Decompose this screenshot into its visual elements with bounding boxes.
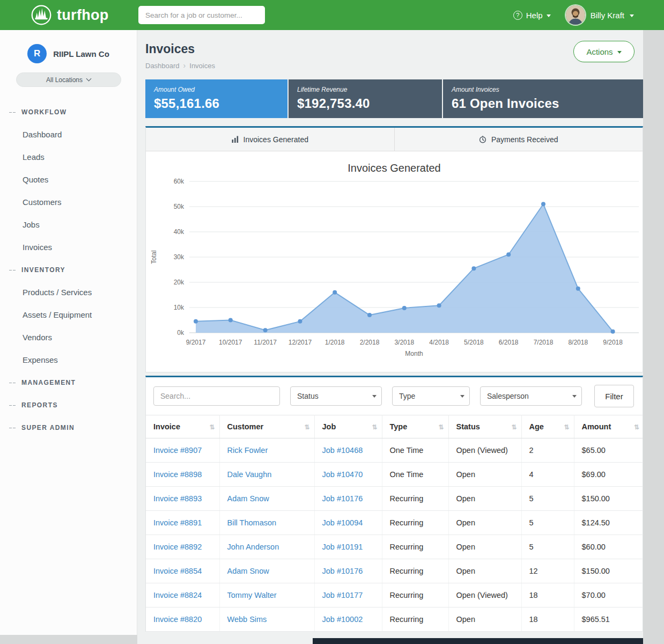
sidebar-item-assets-equipment[interactable]: Assets / Equipment xyxy=(0,304,137,326)
invoice-link[interactable]: Invoice #8907 xyxy=(153,446,202,455)
table-search-input[interactable] xyxy=(153,386,280,406)
column-header-customer[interactable]: Customer xyxy=(219,415,314,438)
customer-link[interactable]: Adam Snow xyxy=(227,567,269,575)
breadcrumb-dashboard[interactable]: Dashboard xyxy=(145,62,180,70)
sidebar-item-jobs[interactable]: Jobs xyxy=(0,214,137,236)
table-row: Invoice #8898Dale VaughnJob #10470One Ti… xyxy=(146,463,643,487)
type-select-wrap: Type xyxy=(392,386,470,406)
tab-invoices-generated[interactable]: Invoices Generated xyxy=(146,128,394,151)
job-link[interactable]: Job #10470 xyxy=(322,470,363,479)
job-link[interactable]: Job #10176 xyxy=(322,567,363,575)
sidebar-item-vendors[interactable]: Vendors xyxy=(0,326,137,349)
job-link[interactable]: Job #10002 xyxy=(322,615,363,624)
tab-label: Payments Received xyxy=(491,135,558,144)
table-row: Invoice #8892John AndersonJob #10191Recu… xyxy=(146,535,643,559)
sidebar-section-inventory: INVENTORY xyxy=(0,259,137,281)
cell-job: Job #10191 xyxy=(314,535,382,559)
table-row: Invoice #8854Adam SnowJob #10176Recurrin… xyxy=(146,559,643,583)
customer-link[interactable]: Dale Vaughn xyxy=(227,470,272,479)
column-header-age[interactable]: Age xyxy=(521,415,574,438)
locations-dropdown[interactable]: All Locations xyxy=(16,72,121,87)
invoice-link[interactable]: Invoice #8891 xyxy=(153,518,202,527)
chevron-down-icon xyxy=(617,51,622,54)
job-link[interactable]: Job #10176 xyxy=(322,494,363,503)
chevron-down-icon xyxy=(630,14,634,17)
column-label: Amount xyxy=(582,422,611,431)
sidebar-item-leads[interactable]: Leads xyxy=(0,146,137,169)
column-header-job[interactable]: Job xyxy=(314,415,382,438)
invoice-link[interactable]: Invoice #8820 xyxy=(153,615,202,624)
customer-link[interactable]: John Anderson xyxy=(227,543,279,551)
status-select[interactable]: Status xyxy=(290,386,382,406)
user-name: Billy Kraft xyxy=(591,11,624,20)
cell-amount: $150.00 xyxy=(574,559,643,583)
sidebar-item-products-services[interactable]: Products / Services xyxy=(0,281,137,304)
global-search-input[interactable] xyxy=(138,6,265,24)
customer-link[interactable]: Tommy Walter xyxy=(227,591,277,599)
cell-invoice: Invoice #8820 xyxy=(146,608,219,632)
user-menu[interactable]: Billy Kraft xyxy=(566,5,634,25)
cell-status: Open xyxy=(448,559,521,583)
customer-link[interactable]: Webb Sims xyxy=(227,615,267,624)
cell-age: 5 xyxy=(521,535,574,559)
invoice-link[interactable]: Invoice #8893 xyxy=(153,494,202,503)
cell-customer: Adam Snow xyxy=(219,487,314,511)
svg-text:4/2018: 4/2018 xyxy=(429,339,449,346)
cell-amount: $965.51 xyxy=(574,608,643,632)
salesperson-select[interactable]: Salesperson xyxy=(480,386,582,406)
job-link[interactable]: Job #10191 xyxy=(322,543,363,551)
cell-type: Recurring xyxy=(382,559,448,583)
sidebar-item-dashboard[interactable]: Dashboard xyxy=(0,123,137,146)
stat-card-amount-owed: Amount Owed $55,161.66 xyxy=(145,79,287,118)
sort-icon xyxy=(511,422,517,431)
cell-status: Open xyxy=(448,487,521,511)
invoice-link[interactable]: Invoice #8824 xyxy=(153,591,202,599)
help-menu[interactable]: Help xyxy=(513,11,551,20)
cell-invoice: Invoice #8898 xyxy=(146,463,219,487)
sidebar-item-expenses[interactable]: Expenses xyxy=(0,349,137,371)
cell-age: 5 xyxy=(521,487,574,511)
actions-button[interactable]: Actions xyxy=(573,41,635,62)
filter-button[interactable]: Filter xyxy=(594,385,634,407)
dash-icon xyxy=(9,112,16,113)
svg-text:20k: 20k xyxy=(174,279,185,286)
column-header-type[interactable]: Type xyxy=(382,415,448,438)
customer-link[interactable]: Bill Thomason xyxy=(227,518,277,527)
avatar xyxy=(566,5,585,25)
cell-status: Open (Viewed) xyxy=(448,438,521,463)
turfhop-logo-icon xyxy=(31,4,52,26)
bottom-bar xyxy=(313,638,643,644)
customer-link[interactable]: Adam Snow xyxy=(227,494,269,503)
sidebar-item-quotes[interactable]: Quotes xyxy=(0,169,137,191)
cell-status: Open xyxy=(448,463,521,487)
main-content: Invoices Dashboard Invoices Actions Amou… xyxy=(137,30,643,644)
job-link[interactable]: Job #10468 xyxy=(322,446,363,455)
sidebar-item-customers[interactable]: Customers xyxy=(0,191,137,214)
column-label: Job xyxy=(322,422,336,431)
type-select[interactable]: Type xyxy=(392,386,470,406)
column-header-invoice[interactable]: Invoice xyxy=(146,415,219,438)
salesperson-select-wrap: Salesperson xyxy=(480,386,582,406)
job-link[interactable]: Job #10094 xyxy=(322,518,363,527)
tab-payments-received[interactable]: Payments Received xyxy=(394,128,643,151)
chart-area: Invoices Generated 0k10k20k30k40k50k60k9… xyxy=(146,151,643,372)
cell-invoice: Invoice #8892 xyxy=(146,535,219,559)
chevron-down-icon xyxy=(86,76,92,82)
cell-invoice: Invoice #8824 xyxy=(146,583,219,608)
sidebar-item-invoices[interactable]: Invoices xyxy=(0,236,137,259)
invoice-link[interactable]: Invoice #8854 xyxy=(153,567,202,575)
cell-age: 2 xyxy=(521,438,574,463)
column-header-status[interactable]: Status xyxy=(448,415,521,438)
cell-amount: $65.00 xyxy=(574,438,643,463)
cell-job: Job #10176 xyxy=(314,559,382,583)
job-link[interactable]: Job #10177 xyxy=(322,591,363,599)
sort-icon xyxy=(209,422,215,431)
logo[interactable]: turfhop xyxy=(31,4,109,26)
invoice-link[interactable]: Invoice #8898 xyxy=(153,470,202,479)
invoice-link[interactable]: Invoice #8892 xyxy=(153,543,202,551)
cell-amount: $69.00 xyxy=(574,463,643,487)
sidebar-section-label: MANAGEMENT xyxy=(21,379,76,386)
column-header-amount[interactable]: Amount xyxy=(574,415,643,438)
customer-link[interactable]: Rick Fowler xyxy=(227,446,268,455)
cell-amount: $70.00 xyxy=(574,583,643,608)
